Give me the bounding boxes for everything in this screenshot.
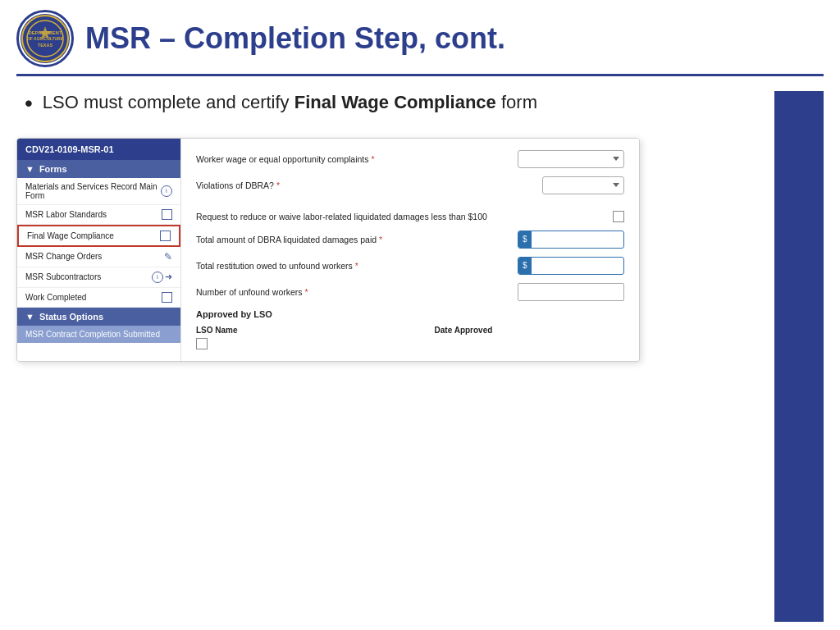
square-icon-2 [160, 231, 171, 241]
field4-label: Total amount of DBRA liquidated damages … [196, 235, 511, 244]
lso-name-label: LSO Name [196, 326, 238, 335]
right-accent-bar [774, 91, 824, 622]
field1-label: Worker wage or equal opportunity complai… [196, 154, 511, 164]
info-icon: i [161, 185, 172, 197]
status-options-section: ▼ Status Options [17, 308, 180, 326]
field1-select[interactable] [518, 150, 624, 168]
field5-input[interactable]: $ [518, 257, 624, 275]
form-row-6: Number of unfound workers * [196, 283, 624, 301]
info-icon-2: i [152, 272, 163, 283]
square-icon-3 [162, 292, 172, 303]
form-row-1: Worker wage or equal opportunity complai… [196, 150, 624, 168]
date-approved-label: Date Approved [435, 326, 493, 335]
svg-text:OF AGRICULTURE: OF AGRICULTURE [27, 36, 64, 41]
lso-checkbox[interactable] [196, 338, 208, 349]
form-row-2: Violations of DBRA? * [196, 176, 624, 194]
lso-name-col: LSO Name [196, 326, 238, 349]
left-section: • LSO must complete and certify Final Wa… [16, 91, 774, 622]
sidebar-item-completion-submitted[interactable]: MSR Contract Completion Submitted [17, 326, 180, 343]
forms-section: ▼ Forms [17, 160, 180, 178]
field5-label: Total restitution owed to unfound worker… [196, 261, 511, 271]
form-row-5: Total restitution owed to unfound worker… [196, 257, 624, 275]
sidebar-item-change-orders[interactable]: MSR Change Orders ✎ [17, 247, 180, 267]
lso-row: LSO Name Date Approved [196, 326, 624, 349]
screenshot-mockup: CDV21-0109-MSR-01 ▼ Forms Materials and … [16, 138, 640, 362]
field5-value[interactable] [532, 259, 624, 272]
date-approved-col: Date Approved [435, 326, 493, 335]
square-icon [162, 209, 172, 220]
field2-select[interactable] [542, 176, 624, 194]
mockup-form-area: Worker wage or equal opportunity complai… [181, 139, 639, 361]
field3-checkbox[interactable] [613, 211, 624, 222]
sidebar-item-labor-standards[interactable]: MSR Labor Standards [17, 205, 180, 225]
edit-icon: ✎ [164, 251, 172, 262]
sidebar-item-work-completed[interactable]: Work Completed [17, 288, 180, 308]
sidebar-item-final-wage[interactable]: Final Wage Compliance [17, 225, 180, 247]
form-row-3: Request to reduce or waive labor-related… [196, 211, 624, 222]
approved-section: Approved by LSO LSO Name Date Approved [196, 309, 624, 349]
field6-label: Number of unfound workers * [196, 287, 511, 297]
bullet-item: • LSO must complete and certify Final Wa… [16, 91, 774, 116]
sidebar-item-subcontractors[interactable]: MSR Subcontractors i ➜ [17, 267, 180, 288]
arrow-icon: ➜ [165, 272, 172, 283]
bullet-dot: • [25, 91, 33, 116]
svg-text:TEXAS: TEXAS [38, 43, 53, 48]
field3-label: Request to reduce or waive labor-related… [196, 212, 606, 221]
contract-id: CDV21-0109-MSR-01 [17, 139, 180, 160]
mockup-sidebar: CDV21-0109-MSR-01 ▼ Forms Materials and … [17, 139, 181, 361]
field6-value[interactable] [518, 283, 624, 301]
page-header: DEPARTMENT OF AGRICULTURE TEXAS MSR – Co… [0, 0, 840, 74]
field4-input[interactable]: $ [518, 231, 624, 249]
page-title: MSR – Completion Step, cont. [85, 21, 505, 56]
main-content: • LSO must complete and certify Final Wa… [0, 76, 840, 630]
field2-label: Violations of DBRA? * [196, 180, 536, 190]
field4-value[interactable] [532, 233, 624, 245]
sidebar-item-main-form[interactable]: Materials and Services Record Main Form … [17, 178, 180, 205]
logo: DEPARTMENT OF AGRICULTURE TEXAS [16, 10, 74, 67]
logo-inner: DEPARTMENT OF AGRICULTURE TEXAS [21, 14, 70, 63]
bullet-text: LSO must complete and certify Final Wage… [43, 91, 537, 115]
form-row-4: Total amount of DBRA liquidated damages … [196, 231, 624, 249]
approved-label: Approved by LSO [196, 309, 624, 319]
